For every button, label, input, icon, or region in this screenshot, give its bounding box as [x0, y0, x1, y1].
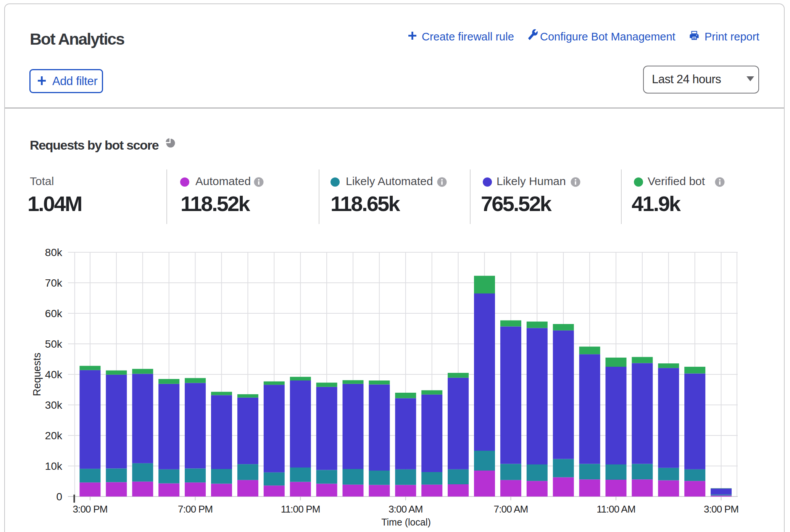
- svg-text:20k: 20k: [45, 430, 63, 442]
- svg-text:50k: 50k: [45, 338, 63, 350]
- svg-text:70k: 70k: [45, 277, 63, 289]
- svg-text:0: 0: [56, 491, 62, 503]
- svg-text:60k: 60k: [45, 308, 63, 319]
- svg-text:3:00 AM: 3:00 AM: [389, 503, 423, 515]
- svg-text:11:00 PM: 11:00 PM: [281, 503, 320, 515]
- svg-text:3:00 PM: 3:00 PM: [704, 503, 738, 515]
- svg-text:Requests: Requests: [31, 353, 43, 396]
- svg-text:Time (local): Time (local): [381, 517, 431, 527]
- svg-text:7:00 PM: 7:00 PM: [178, 503, 213, 515]
- svg-text:80k: 80k: [45, 247, 63, 258]
- svg-text:7:00 AM: 7:00 AM: [494, 503, 528, 515]
- svg-text:10k: 10k: [45, 460, 63, 472]
- svg-text:40k: 40k: [45, 369, 63, 380]
- svg-text:11:00 AM: 11:00 AM: [597, 503, 635, 515]
- svg-text:30k: 30k: [45, 399, 63, 411]
- svg-text:3:00 PM: 3:00 PM: [73, 503, 107, 515]
